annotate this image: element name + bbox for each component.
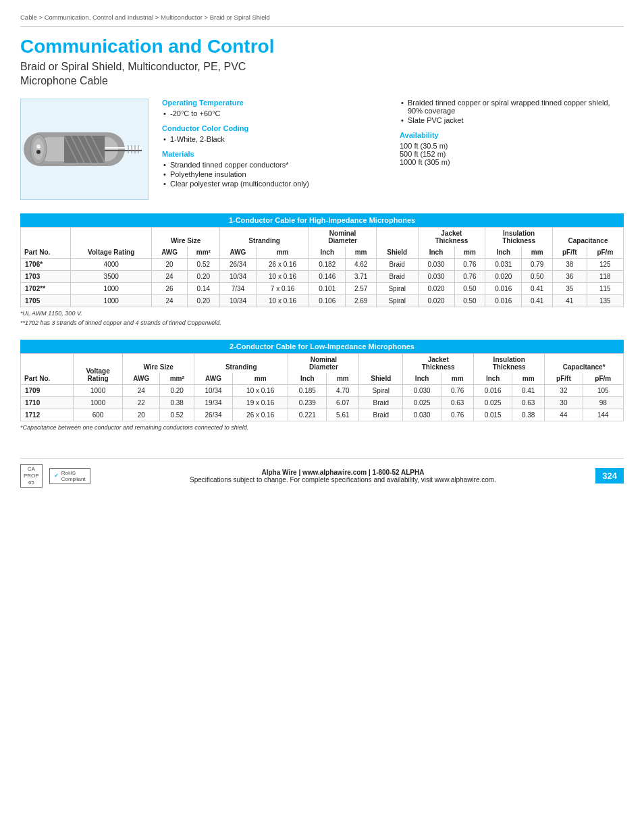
cell-w-awg: 20 xyxy=(123,409,160,421)
sub-i-mm: mm xyxy=(522,246,553,259)
material-item-2: Clear polyester wrap (multiconductor onl… xyxy=(162,180,386,188)
t2-col-part-no: Part No. xyxy=(21,354,74,385)
cell-i-inch: 0.020 xyxy=(485,271,522,283)
t2-sub-nd-inch: Inch xyxy=(288,373,327,385)
t2-sub-i-inch: Inch xyxy=(474,373,512,385)
cell-nd-inch: 0.221 xyxy=(288,409,327,421)
cell-nd-inch: 0.185 xyxy=(288,385,327,397)
conductor-color-heading: Conductor Color Coding xyxy=(162,124,386,132)
cell-c-m: 144 xyxy=(583,409,623,421)
cell-i-inch: 0.031 xyxy=(485,259,522,271)
cell-c-ft: 38 xyxy=(553,259,587,271)
cell-w-mm2: 0.14 xyxy=(187,283,219,295)
sub-j-mm: mm xyxy=(454,246,485,259)
cell-s-awg: 7/34 xyxy=(219,283,256,295)
badges-area: CAPROP65 ✓ RoHSCompliant xyxy=(20,464,90,488)
col-capacitance: Capacitance xyxy=(553,228,624,247)
cable-image xyxy=(20,99,149,200)
table1-footnote-0: *UL AWM 1150, 300 V. xyxy=(20,310,624,317)
t2-sub-nd-mm: mm xyxy=(327,373,359,385)
svg-point-22 xyxy=(36,150,41,154)
sub-title: Braid or Spiral Shield, Multiconductor, … xyxy=(20,60,624,88)
cell-s-mm: 26 x 0.16 xyxy=(232,409,288,421)
col-voltage: Voltage Rating xyxy=(71,228,152,259)
cell-nd-mm: 3.71 xyxy=(346,271,377,283)
cell-i-inch: 0.025 xyxy=(474,397,512,409)
top-divider xyxy=(20,26,624,27)
cell-s-awg: 19/34 xyxy=(194,397,233,409)
cell-nd-inch: 0.106 xyxy=(309,295,346,307)
cell-j-inch: 0.020 xyxy=(418,295,454,307)
cell-voltage: 4000 xyxy=(71,259,152,271)
availability-1: 500 ft (152 m) xyxy=(400,150,624,158)
cell-s-mm: 26 x 0.16 xyxy=(256,259,308,271)
cell-part: 1705 xyxy=(21,295,71,307)
table-row: 1702** 1000 26 0.14 7/34 7 x 0.16 0.101 … xyxy=(21,283,624,295)
sub-w-mm2: mm² xyxy=(187,246,219,259)
cell-nd-inch: 0.146 xyxy=(309,271,346,283)
cell-c-ft: 35 xyxy=(553,283,587,295)
t2-sub-w-mm2: mm² xyxy=(160,373,194,385)
table-row: 1709 1000 24 0.20 10/34 10 x 0.16 0.185 … xyxy=(21,385,624,397)
cell-shield: Spiral xyxy=(359,385,403,397)
cell-i-mm: 0.50 xyxy=(522,271,553,283)
sub-s-awg: AWG xyxy=(219,246,256,259)
cell-i-mm: 0.41 xyxy=(522,283,553,295)
table2-footnote: *Capacitance between one conductor and r… xyxy=(20,424,624,431)
cell-j-mm: 0.76 xyxy=(441,385,474,397)
cell-i-mm: 0.41 xyxy=(522,295,553,307)
cell-i-mm: 0.63 xyxy=(512,397,545,409)
cell-s-mm: 19 x 0.16 xyxy=(232,397,288,409)
materials-heading: Materials xyxy=(162,150,386,158)
table-row: 1703 3500 24 0.20 10/34 10 x 0.16 0.146 … xyxy=(21,271,624,283)
cell-s-awg: 26/34 xyxy=(219,259,256,271)
t2-col-voltage: VoltageRating xyxy=(73,354,122,385)
cell-i-mm: 0.41 xyxy=(512,385,545,397)
rohs-badge: ✓ RoHSCompliant xyxy=(49,468,90,484)
table1-title: 1-Conductor Cable for High-Impedance Mic… xyxy=(20,213,624,227)
t2-col-jacket: JacketThickness xyxy=(403,354,474,373)
cell-w-awg: 24 xyxy=(152,295,187,307)
cell-j-mm: 0.63 xyxy=(441,397,474,409)
table-row: 1710 1000 22 0.38 19/34 19 x 0.16 0.239 … xyxy=(21,397,624,409)
sub-c-ft: pF/ft xyxy=(553,246,587,259)
sub-nd-mm: mm xyxy=(346,246,377,259)
table1: Part No. Voltage Rating Wire Size Strand… xyxy=(20,227,624,307)
sub-i-inch: Inch xyxy=(485,246,522,259)
rohs-check-icon: ✓ xyxy=(54,473,59,479)
sub-nd-inch: Inch xyxy=(309,246,346,259)
cell-c-m: 125 xyxy=(587,259,623,271)
cell-voltage: 3500 xyxy=(71,271,152,283)
t2-sub-w-awg: AWG xyxy=(123,373,160,385)
t2-sub-i-mm: mm xyxy=(512,373,545,385)
cell-part: 1702** xyxy=(21,283,71,295)
cell-j-inch: 0.030 xyxy=(403,409,441,421)
t2-col-stranding: Stranding xyxy=(194,354,288,373)
t2-col-shield: Shield xyxy=(359,354,403,385)
col-jacket: JacketThickness xyxy=(418,228,485,247)
t2-col-capacitance: Capacitance* xyxy=(545,354,624,373)
cell-shield: Braid xyxy=(359,409,403,421)
cell-nd-mm: 4.62 xyxy=(346,259,377,271)
cell-shield: Spiral xyxy=(376,295,418,307)
table-row: 1706* 4000 20 0.52 26/34 26 x 0.16 0.182… xyxy=(21,259,624,271)
cell-nd-mm: 4.70 xyxy=(327,385,359,397)
svg-point-21 xyxy=(36,145,41,149)
cell-nd-inch: 0.239 xyxy=(288,397,327,409)
table-row: 1712 600 20 0.52 26/34 26 x 0.16 0.221 5… xyxy=(21,409,624,421)
cell-c-m: 98 xyxy=(583,397,623,409)
cell-j-mm: 0.76 xyxy=(454,271,485,283)
t2-col-insulation: InsulationThickness xyxy=(474,354,545,373)
footer-disclaimer: Specifications subject to change. For co… xyxy=(190,476,496,484)
t2-col-wire-size: Wire Size xyxy=(123,354,194,373)
cell-i-inch: 0.016 xyxy=(485,295,522,307)
cell-voltage: 1000 xyxy=(71,283,152,295)
conductor-color-value: 1-White, 2-Black xyxy=(162,135,386,143)
cell-shield: Braid xyxy=(376,271,418,283)
ca-prop-badge: CAPROP65 xyxy=(20,464,43,488)
cell-w-awg: 22 xyxy=(123,397,160,409)
table2: Part No. VoltageRating Wire Size Strandi… xyxy=(20,353,624,421)
cell-w-awg: 26 xyxy=(152,283,187,295)
cell-part: 1712 xyxy=(21,409,74,421)
cell-s-awg: 26/34 xyxy=(194,409,233,421)
